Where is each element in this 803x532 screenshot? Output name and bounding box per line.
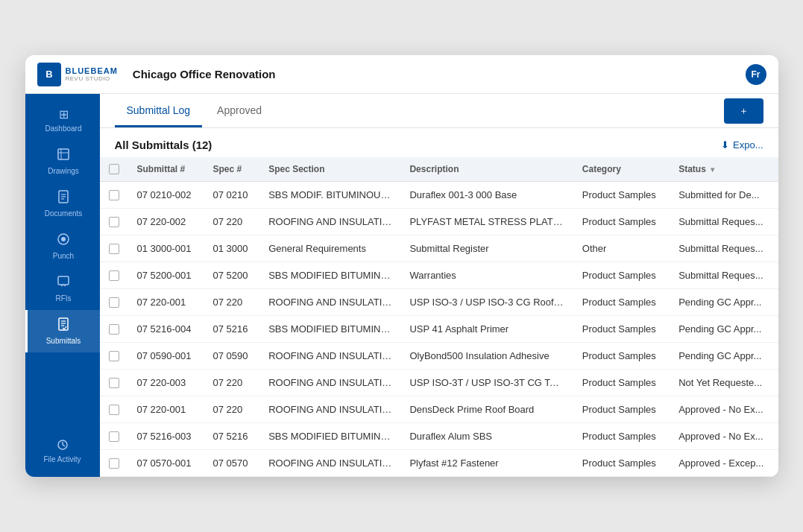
fr-button[interactable]: Fr — [746, 64, 766, 85]
project-title: Chicago Office Renovation — [133, 68, 276, 80]
cell-spec-section: ROOFING AND INSULATION ADHESIV... — [259, 396, 400, 423]
cell-category: Product Samples — [573, 423, 670, 450]
sidebar: ⊞ Dashboard Drawings — [25, 94, 100, 477]
cell-description: Warranties — [400, 262, 573, 289]
svg-point-8 — [61, 237, 66, 241]
table-row[interactable]: 01 3000-001 01 3000 General Requirements… — [100, 235, 778, 262]
row-checkbox[interactable] — [109, 190, 119, 200]
row-checkbox[interactable] — [109, 324, 119, 335]
th-spec-section: Spec Section — [259, 157, 400, 182]
cell-spec-section: ROOFING AND INSULATION ADHESIV... — [259, 343, 400, 370]
select-all-checkbox[interactable] — [109, 164, 119, 174]
cell-spec-num: 07 220 — [204, 396, 260, 423]
sidebar-file-activity[interactable]: File Activity — [25, 431, 100, 471]
row-checkbox[interactable] — [109, 405, 119, 415]
row-checkbox[interactable] — [109, 351, 119, 361]
cell-submittal-num: 01 3000-001 — [128, 235, 204, 262]
brand-name: BLUEBEAM — [66, 66, 118, 75]
table-row[interactable]: 07 220-003 07 220 ROOFING AND INSULATION… — [100, 370, 778, 396]
sidebar-item-rfis[interactable]: RFIs — [25, 267, 100, 310]
cell-description: PLYFAST METAL STRESS PLATES — [400, 209, 573, 235]
cell-category: Product Samples — [573, 262, 670, 289]
status-sort-icon: ▾ — [711, 165, 714, 174]
tabs-bar: Submittal Log Approved ＋ — [100, 94, 778, 128]
sidebar-item-dashboard[interactable]: ⊞ Dashboard — [25, 100, 100, 140]
logo-text: BLUEBEAM REVU STUDIO — [66, 66, 118, 82]
tab-approved[interactable]: Approved — [205, 94, 274, 127]
cell-category: Other — [573, 235, 670, 262]
cell-spec-num: 01 3000 — [204, 235, 260, 262]
tab-submittal-log[interactable]: Submittal Log — [115, 94, 203, 127]
cell-spec-section: ROOFING AND INSULATION ADHESIV... — [259, 370, 400, 396]
table-row[interactable]: 07 0210-002 07 0210 SBS MODIF. BITUMINOU… — [100, 182, 778, 209]
cell-category: Product Samples — [573, 450, 670, 477]
table-row[interactable]: 07 5200-001 07 5200 SBS MODIFIED BITUMIN… — [100, 262, 778, 289]
row-checkbox[interactable] — [109, 431, 119, 442]
titlebar: B BLUEBEAM REVU STUDIO Chicago Office Re… — [25, 55, 778, 94]
export-label: Expo... — [733, 139, 763, 151]
row-checkbox[interactable] — [109, 378, 119, 388]
th-status[interactable]: Status ▾ — [670, 157, 778, 182]
table-row[interactable]: 07 220-001 07 220 ROOFING AND INSULATION… — [100, 396, 778, 423]
submittals-icon — [57, 317, 69, 334]
cell-status: Pending GC Appr... — [670, 316, 778, 343]
export-icon: ⬇ — [721, 139, 729, 151]
row-checkbox[interactable] — [109, 297, 119, 308]
cell-description: Duraflex 001-3 000 Base — [400, 182, 573, 209]
app-body: ⊞ Dashboard Drawings — [25, 94, 778, 477]
table-row[interactable]: 07 5216-003 07 5216 SBS MODIFIED BITUMIN… — [100, 423, 778, 450]
row-checkbox[interactable] — [109, 244, 119, 254]
cell-spec-num: 07 5216 — [204, 316, 260, 343]
cell-category: Product Samples — [573, 182, 670, 209]
table-row[interactable]: 07 220-002 07 220 ROOFING AND INSULATION… — [100, 209, 778, 235]
sidebar-label-punch: Punch — [53, 252, 74, 260]
sidebar-item-drawings[interactable]: Drawings — [25, 140, 100, 183]
cell-category: Product Samples — [573, 316, 670, 343]
th-submittal-num: Submittal # — [128, 157, 204, 182]
table-row[interactable]: 07 220-001 07 220 ROOFING AND INSULATION… — [100, 289, 778, 316]
row-checkbox[interactable] — [109, 217, 119, 227]
cell-description: USP ISO-3T / USP ISO-3T CG Tapered Roof … — [400, 370, 573, 396]
cell-description: Duraflex Alum SBS — [400, 423, 573, 450]
cell-status: Pending GC Appr... — [670, 289, 778, 316]
cell-spec-num: 07 0590 — [204, 343, 260, 370]
cell-spec-section: SBS MODIFIED BITUMINOUS MEMBR... — [259, 262, 400, 289]
row-checkbox[interactable] — [109, 270, 119, 281]
cell-status: Approved - No Ex... — [670, 423, 778, 450]
submittals-table-wrap: Submittal # Spec # Spec Section Descript… — [100, 157, 778, 477]
sidebar-item-submittals[interactable]: Submittals — [25, 310, 100, 352]
cell-category: Product Samples — [573, 370, 670, 396]
export-button[interactable]: ⬇ Expo... — [721, 139, 763, 151]
cell-spec-num: 07 0210 — [204, 182, 260, 209]
sidebar-label-submittals: Submittals — [46, 337, 81, 345]
row-checkbox-cell — [100, 182, 128, 209]
table-row[interactable]: 07 0590-001 07 0590 ROOFING AND INSULATI… — [100, 343, 778, 370]
row-checkbox-cell — [100, 235, 128, 262]
table-row[interactable]: 07 5216-004 07 5216 SBS MODIFIED BITUMIN… — [100, 316, 778, 343]
sidebar-item-punch[interactable]: Punch — [25, 225, 100, 267]
cell-submittal-num: 07 5216-003 — [128, 423, 204, 450]
cell-status: Submittal Reques... — [670, 209, 778, 235]
cell-category: Product Samples — [573, 396, 670, 423]
table-row[interactable]: 07 0570-001 07 0570 ROOFING AND INSULATI… — [100, 450, 778, 477]
row-checkbox-cell — [100, 262, 128, 289]
cell-spec-section: ROOFING AND INSULATION FASTENE... — [259, 450, 400, 477]
cell-spec-num: 07 220 — [204, 289, 260, 316]
sidebar-item-documents[interactable]: Documents — [25, 183, 100, 225]
th-spec-num: Spec # — [204, 157, 260, 182]
cell-spec-section: SBS MODIFIED BITUMINOUS MEMBR... — [259, 316, 400, 343]
cell-submittal-num: 07 220-001 — [128, 396, 204, 423]
row-checkbox-cell — [100, 316, 128, 343]
cell-category: Product Samples — [573, 209, 670, 235]
new-submittal-button[interactable]: ＋ — [724, 98, 763, 124]
row-checkbox-cell — [100, 370, 128, 396]
file-activity-icon — [57, 439, 69, 452]
cell-status: Submittal Reques... — [670, 262, 778, 289]
cell-status: Approved - Excep... — [670, 450, 778, 477]
row-checkbox-cell — [100, 209, 128, 235]
cell-submittal-num: 07 0210-002 — [128, 182, 204, 209]
cell-spec-section: ROOFING AND INSULATION ADHESIV... — [259, 289, 400, 316]
svg-rect-9 — [58, 276, 69, 285]
row-checkbox-cell — [100, 423, 128, 450]
row-checkbox[interactable] — [109, 458, 119, 469]
